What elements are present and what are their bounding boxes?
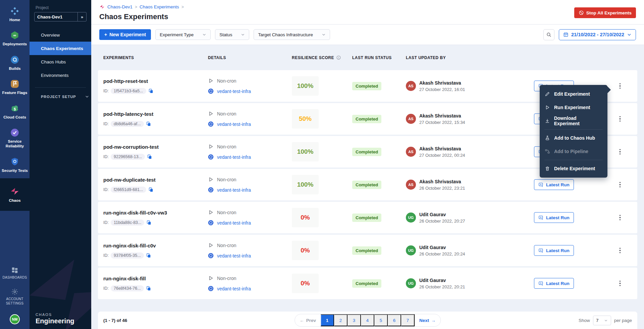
row-menu-button[interactable] bbox=[618, 147, 623, 157]
play-outline-icon bbox=[208, 144, 214, 149]
row-menu-button[interactable] bbox=[618, 114, 623, 124]
rail-item-feature-flags[interactable]: Feature Flags bbox=[0, 76, 30, 98]
menu-item-run-experiment[interactable]: Run Experiment bbox=[540, 101, 607, 114]
experiment-name[interactable]: pod-nw-corruption-test bbox=[103, 144, 208, 150]
experiment-name[interactable]: run-nginx-disk-fill-c0v-vw3 bbox=[103, 210, 208, 216]
latest-run-button[interactable]: Latest Run bbox=[534, 245, 574, 256]
prohibited-icon bbox=[579, 10, 584, 15]
resilience-score: 50% bbox=[292, 109, 319, 129]
search-button[interactable] bbox=[543, 29, 554, 40]
breadcrumb-link-experiments[interactable]: Chaos Experiments bbox=[140, 4, 179, 9]
infrastructure-link[interactable]: vedant-test-infra bbox=[217, 253, 251, 258]
copy-icon[interactable] bbox=[148, 88, 154, 94]
rail-item-deployments[interactable]: ∞ Deployments bbox=[0, 28, 30, 49]
breadcrumb-link-project[interactable]: Chaos-Dev1 bbox=[107, 4, 132, 9]
kubernetes-icon bbox=[208, 220, 214, 226]
infrastructure-link[interactable]: vedant-test-infra bbox=[217, 220, 251, 226]
infrastructure-link[interactable]: vedant-test-infra bbox=[217, 154, 251, 160]
experiment-name[interactable]: pod-http-reset-test bbox=[103, 78, 208, 84]
pager: ← Prev 1234567 Next → bbox=[294, 314, 441, 327]
infrastructure-link[interactable]: vedant-test-infra bbox=[217, 122, 251, 127]
latest-run-label: Latest Run bbox=[546, 281, 570, 286]
experiment-cell: run-nginx-disk-fill-c0v-vw3 ID: 11bda88c… bbox=[103, 210, 208, 226]
rail-item-home[interactable]: Home bbox=[0, 3, 30, 25]
sidebar-item-chaos-hubs[interactable]: Chaos Hubs bbox=[30, 55, 91, 68]
rail-item-account-settings[interactable]: ACCOUNT SETTINGS bbox=[0, 285, 30, 309]
rail-label: Service Reliability bbox=[1, 139, 29, 149]
sidebar-item-overview[interactable]: Overview bbox=[30, 28, 91, 42]
infrastructure-link[interactable]: vedant-test-infra bbox=[217, 89, 251, 94]
page-button[interactable]: 2 bbox=[334, 314, 347, 326]
info-icon[interactable] bbox=[336, 55, 341, 60]
menu-item-edit-experiment[interactable]: Edit Experiment bbox=[540, 87, 607, 101]
experiment-name[interactable]: pod-nw-duplicate-test bbox=[103, 177, 208, 183]
sidebar-item-environments[interactable]: Environments bbox=[30, 68, 91, 82]
project-selector[interactable]: Chaos-Dev1 » bbox=[34, 12, 87, 21]
rail-item-dashboards[interactable]: DASHBOARDS bbox=[0, 264, 30, 283]
user-avatar[interactable]: NM bbox=[10, 314, 20, 324]
row-menu-button[interactable] bbox=[618, 180, 623, 190]
row-menu-button[interactable] bbox=[618, 213, 623, 223]
infrastructure-link[interactable]: vedant-test-infra bbox=[217, 187, 251, 193]
stop-all-label: Stop All Experiments bbox=[586, 10, 632, 15]
copy-icon[interactable] bbox=[146, 121, 151, 127]
new-experiment-button[interactable]: + New Experiment bbox=[99, 29, 151, 40]
experiment-name[interactable]: run-nginx-disk-fill bbox=[103, 276, 208, 281]
service-reliability-icon bbox=[1, 128, 29, 137]
page-button[interactable]: 1 bbox=[321, 314, 334, 326]
status-filter[interactable]: Status bbox=[215, 29, 249, 40]
next-label: Next bbox=[419, 318, 429, 323]
page-button[interactable]: 3 bbox=[347, 314, 361, 326]
play-outline-icon bbox=[208, 242, 214, 248]
table-header-row: EXPERIMENTS DETAILS RESILIENCE SCORE LAS… bbox=[98, 45, 637, 70]
experiment-name[interactable]: run-nginx-disk-fill-c0v bbox=[103, 243, 208, 248]
rail-item-cloud-costs[interactable]: $ Cloud Costs bbox=[0, 101, 30, 123]
page-button[interactable]: 5 bbox=[374, 314, 388, 326]
latest-run-button[interactable]: Latest Run bbox=[534, 278, 574, 289]
expand-panel-icon[interactable]: » bbox=[77, 12, 86, 21]
sidebar-item-chaos-experiments[interactable]: Chaos Experiments bbox=[30, 42, 91, 55]
copy-icon[interactable] bbox=[146, 253, 151, 258]
page-size-select[interactable]: 7 bbox=[593, 316, 611, 325]
row-menu-button[interactable] bbox=[618, 246, 623, 255]
project-setup-toggle[interactable]: PROJECT SETUP bbox=[30, 88, 91, 99]
rail-item-security-tests[interactable]: Security Tests bbox=[0, 154, 30, 176]
row-menu-button[interactable] bbox=[618, 279, 623, 288]
page-button[interactable]: 7 bbox=[401, 314, 415, 326]
infrastructure-link[interactable]: vedant-test-infra bbox=[217, 286, 251, 291]
rail-item-builds[interactable]: Builds bbox=[0, 52, 30, 74]
copy-icon[interactable] bbox=[146, 220, 152, 225]
copy-icon[interactable] bbox=[146, 286, 151, 291]
user-name: Akash Shrivastava bbox=[419, 179, 465, 184]
latest-run-button[interactable]: Latest Run bbox=[534, 179, 574, 190]
resilience-cell: 100% bbox=[292, 142, 352, 161]
updated-date: 27 October 2022, 00:24 bbox=[419, 153, 465, 158]
date-range-picker[interactable]: 21/10/2022 - 27/10/2022 bbox=[559, 29, 636, 40]
copy-icon[interactable] bbox=[147, 154, 152, 159]
menu-item-delete-experiment[interactable]: Delete Experiment bbox=[540, 162, 607, 175]
status-cell: Completed bbox=[352, 148, 406, 156]
copy-icon[interactable] bbox=[148, 187, 154, 192]
harness-home-icon bbox=[1, 6, 29, 16]
prev-page-button[interactable]: ← Prev bbox=[295, 315, 321, 326]
next-page-button[interactable]: Next → bbox=[415, 315, 440, 326]
chevron-down-icon bbox=[202, 33, 206, 37]
page-button[interactable]: 4 bbox=[361, 314, 374, 326]
page-button[interactable]: 6 bbox=[388, 314, 401, 326]
experiment-name[interactable]: pod-http-latency-test bbox=[103, 111, 208, 117]
latest-run-button[interactable]: Latest Run bbox=[534, 212, 574, 223]
status-badge: Completed bbox=[352, 148, 381, 156]
stop-all-experiments-button[interactable]: Stop All Experiments bbox=[574, 7, 636, 18]
experiment-type-filter[interactable]: Experiment Type bbox=[155, 29, 211, 40]
row-menu-button[interactable] bbox=[618, 81, 623, 91]
experiment-cell: run-nginx-disk-fill ID: 76e8f434-76... bbox=[103, 276, 208, 291]
menu-item-download-experiment[interactable]: Download Experiment bbox=[540, 114, 607, 128]
infrastructure-line: vedant-test-infra bbox=[208, 88, 292, 94]
rail-item-chaos[interactable]: Chaos bbox=[0, 178, 30, 211]
menu-item-add-to-chaos-hub[interactable]: Add to Chaos Hub bbox=[540, 131, 607, 145]
latest-run-label: Latest Run bbox=[546, 215, 570, 220]
resilience-score: 0% bbox=[292, 274, 319, 293]
target-infrastructure-filter[interactable]: Target Chaos Infrastructure bbox=[254, 29, 330, 40]
schedule-type: Non-cron bbox=[217, 144, 236, 149]
rail-item-service-reliability[interactable]: Service Reliability bbox=[0, 125, 30, 152]
